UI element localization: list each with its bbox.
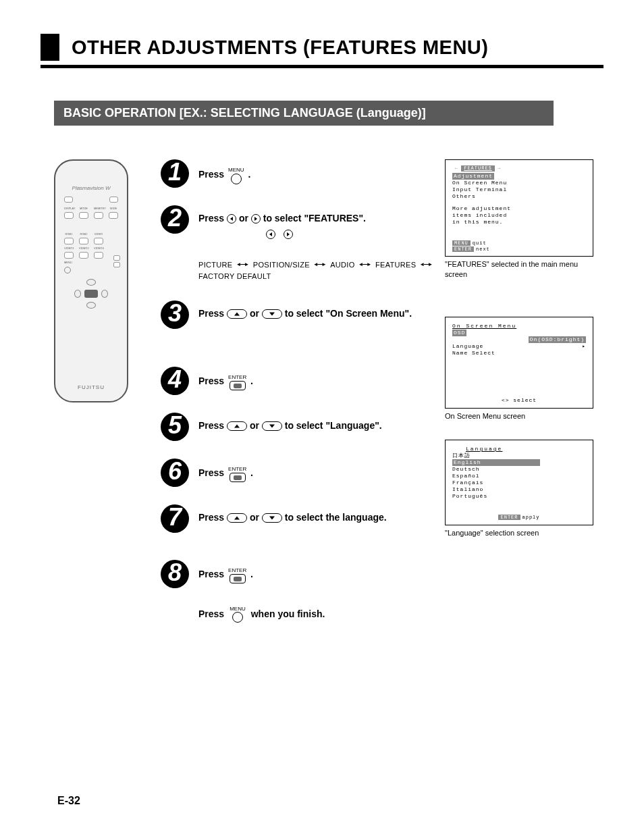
left-button-icon xyxy=(227,214,236,224)
remote-menu-button xyxy=(64,267,71,273)
right-button-icon xyxy=(284,230,293,239)
menu-button-icon xyxy=(232,612,243,623)
step-2: 2 Press or to select "FEATURES". xyxy=(161,205,445,243)
title-bar: OTHER ADJUSTMENTS (FEATURES MENU) xyxy=(41,34,603,61)
step-1: 1 Press MENU . xyxy=(161,159,445,188)
down-button-icon xyxy=(262,309,282,319)
up-button-icon xyxy=(227,309,247,319)
screen-language: Language 日本語 English Deutsch Español Fra… xyxy=(445,440,593,525)
screen-osd-menu: On Screen Menu OSD On(OSD:bright) Langua… xyxy=(445,317,593,409)
remote-brand: Plasmavision W xyxy=(62,185,120,191)
step-8: 8 Press ENTER . xyxy=(161,560,445,588)
up-button-icon xyxy=(227,421,247,431)
screen-caption: "FEATURES" selected in the main menu scr… xyxy=(445,259,593,279)
right-button-icon xyxy=(251,214,261,224)
remote-illustration: Plasmavision W DISPLAYMODEMEMORYWIDE RGB… xyxy=(54,159,128,402)
down-button-icon xyxy=(262,513,282,523)
enter-button-icon xyxy=(230,381,246,390)
step-7: 7 Press or to select the language. xyxy=(161,504,445,533)
enter-button-icon xyxy=(230,473,246,482)
left-button-icon xyxy=(266,230,275,239)
page-title: OTHER ADJUSTMENTS (FEATURES MENU) xyxy=(72,36,488,59)
down-button-icon xyxy=(262,421,282,431)
finish-note: Press MENU when you finish. xyxy=(161,606,445,623)
enter-button-icon xyxy=(230,574,246,583)
step-6: 6 Press ENTER . xyxy=(161,459,445,487)
remote-dpad xyxy=(73,278,109,310)
page-number: E-32 xyxy=(57,795,80,807)
section-subhead: BASIC OPERATION [EX.: SELECTING LANGUAGE… xyxy=(54,101,554,126)
up-button-icon xyxy=(227,513,247,523)
nav-chain: PICTURE POSITION/SIZE AUDIO FEATURES FAC… xyxy=(161,261,445,280)
screen-caption: "Language" selection screen xyxy=(445,528,593,538)
step-4: 4 Press ENTER . xyxy=(161,367,445,395)
title-block-icon xyxy=(41,34,59,61)
step-5: 5 Press or to select "Language". xyxy=(161,413,445,441)
step-3: 3 Press or to select "On Screen Menu". xyxy=(161,301,445,329)
step-bullet: 1 xyxy=(161,159,189,188)
menu-button-icon xyxy=(231,174,242,184)
title-underline xyxy=(41,65,603,68)
screen-caption: On Screen Menu screen xyxy=(445,411,593,421)
remote-logo: FUJITSU xyxy=(55,384,127,390)
screen-features: ←FEATURES→ Adjustment On Screen Menu Inp… xyxy=(445,159,593,257)
